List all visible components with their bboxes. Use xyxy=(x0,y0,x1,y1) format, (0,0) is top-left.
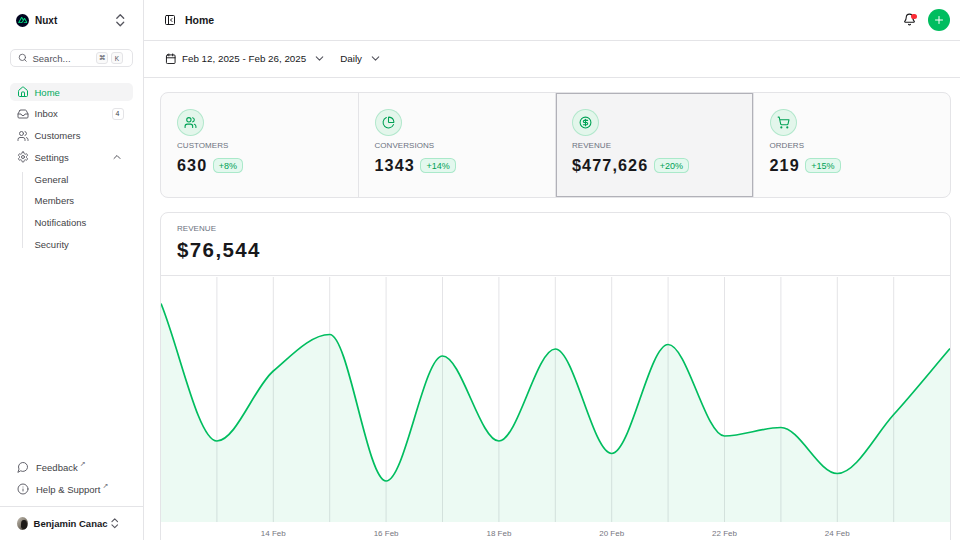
svg-text:16 Feb: 16 Feb xyxy=(374,529,399,538)
svg-text:18 Feb: 18 Feb xyxy=(486,529,511,538)
svg-text:14 Feb: 14 Feb xyxy=(261,529,286,538)
svg-text:24 Feb: 24 Feb xyxy=(825,529,850,538)
svg-text:20 Feb: 20 Feb xyxy=(599,529,624,538)
svg-text:22 Feb: 22 Feb xyxy=(712,529,737,538)
